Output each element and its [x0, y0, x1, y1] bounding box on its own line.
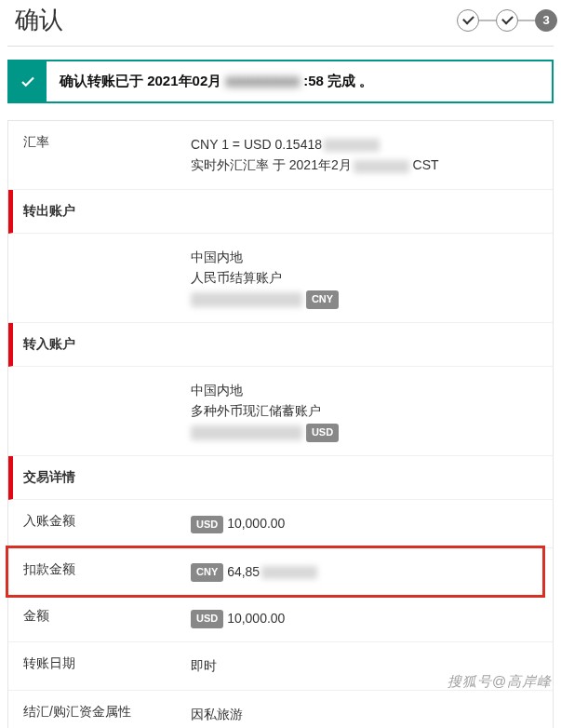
step-connector — [479, 20, 496, 21]
from-region: 中国内地 — [191, 247, 553, 267]
success-banner: 确认转账已于 2021年02月 XXXXXXXX :58 完成 。 — [7, 60, 554, 103]
credit-label: 入账金额 — [23, 513, 191, 533]
section-tx-details: 交易详情 — [8, 456, 553, 500]
debit-value: CNY 64,85 — [191, 561, 542, 582]
to-account-hidden — [191, 425, 302, 440]
debit-ccy-pill: CNY — [191, 563, 223, 582]
row-from-account: 中国内地 人民币结算账户 CNY — [8, 234, 553, 323]
amount-ccy-pill: USD — [191, 610, 223, 628]
rate-line1: CNY 1 = USD 0.15418 — [191, 137, 322, 152]
step-indicator: 3 — [457, 9, 557, 32]
rate-hidden — [324, 139, 380, 152]
amount-amt: 10,000.00 — [227, 611, 285, 626]
credit-ccy-pill: USD — [191, 516, 223, 534]
amount-label: 金额 — [23, 608, 191, 628]
details-panel: 汇率 CNY 1 = USD 0.15418 实时外汇汇率 于 2021年2月 … — [7, 120, 554, 728]
row-credit-amount: 入账金额 USD 10,000.00 — [8, 500, 553, 547]
to-region: 中国内地 — [191, 380, 553, 400]
rate-line2-prefix: 实时外汇汇率 于 2021年2月 — [191, 157, 352, 172]
from-ccy-pill: CNY — [306, 290, 339, 309]
to-type: 多种外币现汇储蓄账户 — [191, 400, 553, 421]
debit-highlight-box: 扣款金额 CNY 64,85 — [6, 546, 545, 598]
page-title: 确认 — [15, 4, 63, 36]
to-empty-label — [23, 380, 191, 442]
credit-amount: 10,000.00 — [227, 516, 285, 531]
purpose-value: 因私旅游 — [191, 704, 553, 724]
row-to-account: 中国内地 多种外币现汇储蓄账户 USD — [8, 367, 553, 456]
success-message: 确认转账已于 2021年02月 XXXXXXXX :58 完成 。 — [47, 61, 386, 101]
to-ccy-pill: USD — [306, 424, 339, 442]
step-1-done-icon — [457, 9, 479, 32]
to-section-label: 转入账户 — [23, 336, 75, 353]
success-hidden: XXXXXXXX — [225, 74, 300, 89]
purpose-label: 结汇/购汇资金属性 — [23, 704, 191, 724]
section-from-account: 转出账户 — [8, 190, 553, 234]
rate-line2-suffix: CST — [409, 157, 439, 172]
debit-amount-hidden — [261, 566, 317, 579]
from-type: 人民币结算账户 — [191, 267, 553, 288]
to-value: 中国内地 多种外币现汇储蓄账户 USD — [191, 380, 553, 442]
success-prefix: 确认转账已于 2021年02月 — [60, 73, 221, 90]
credit-value: USD 10,000.00 — [191, 513, 553, 533]
step-2-done-icon — [496, 9, 518, 32]
rate-label: 汇率 — [23, 134, 191, 176]
rate-date-hidden — [354, 160, 409, 173]
from-account-hidden — [191, 292, 302, 307]
success-check-icon — [9, 61, 47, 101]
row-debit-amount: 扣款金额 CNY 64,85 — [8, 548, 542, 595]
header-divider — [7, 46, 554, 47]
row-rate: 汇率 CNY 1 = USD 0.15418 实时外汇汇率 于 2021年2月 … — [8, 121, 553, 190]
page-header: 确认 3 — [0, 0, 561, 46]
debit-label: 扣款金额 — [23, 561, 191, 582]
success-suffix: :58 完成 。 — [303, 73, 373, 90]
step-connector — [518, 20, 535, 21]
details-section-label: 交易详情 — [23, 469, 75, 486]
from-empty-label — [23, 247, 191, 309]
rate-value: CNY 1 = USD 0.15418 实时外汇汇率 于 2021年2月 CST — [191, 134, 553, 176]
amount-value: USD 10,000.00 — [191, 608, 553, 628]
row-amount: 金额 USD 10,000.00 — [8, 595, 553, 642]
step-3-current: 3 — [535, 9, 557, 32]
from-value: 中国内地 人民币结算账户 CNY — [191, 247, 553, 309]
date-label: 转账日期 — [23, 655, 191, 676]
row-purpose: 结汇/购汇资金属性 因私旅游 — [8, 691, 553, 728]
from-section-label: 转出账户 — [23, 203, 75, 220]
watermark: 搜狐号@高岸峰 — [447, 673, 552, 691]
section-to-account: 转入账户 — [8, 323, 553, 367]
debit-amount-prefix: 64,85 — [227, 564, 260, 579]
